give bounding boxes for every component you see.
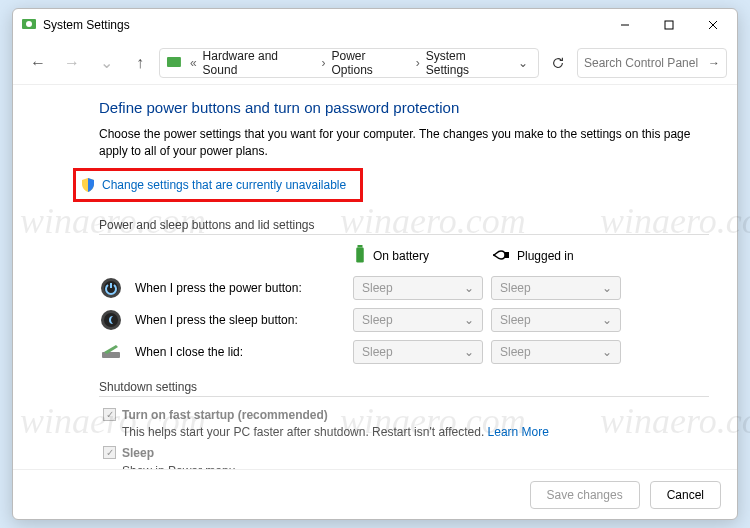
learn-more-link[interactable]: Learn More bbox=[488, 425, 549, 439]
search-input[interactable]: Search Control Panel → bbox=[577, 48, 727, 78]
content-area: Define power buttons and turn on passwor… bbox=[13, 85, 737, 469]
row-2-plugged-dropdown[interactable]: Sleep⌄ bbox=[491, 340, 621, 364]
up-button[interactable]: ↑ bbox=[125, 48, 155, 78]
col-plugged: Plugged in bbox=[491, 249, 621, 264]
svg-rect-9 bbox=[505, 252, 509, 258]
svg-rect-7 bbox=[356, 247, 364, 262]
search-go-icon[interactable]: → bbox=[708, 56, 720, 70]
breadcrumb-icon bbox=[166, 55, 182, 71]
page-heading: Define power buttons and turn on passwor… bbox=[99, 99, 709, 116]
shutdown-items: Turn on fast startup (recommended) This … bbox=[103, 407, 709, 469]
cancel-button[interactable]: Cancel bbox=[650, 481, 721, 509]
buttons-section-label: Power and sleep buttons and lid settings bbox=[99, 218, 709, 235]
row-icon-1 bbox=[99, 308, 123, 332]
minimize-button[interactable] bbox=[603, 10, 647, 40]
svg-rect-6 bbox=[167, 56, 181, 66]
battery-icon bbox=[353, 245, 367, 268]
breadcrumb[interactable]: « Hardware and Sound › Power Options › S… bbox=[159, 48, 539, 78]
row-label-1: When I press the sleep button: bbox=[135, 313, 345, 327]
crumb-1[interactable]: Power Options bbox=[329, 49, 411, 77]
uac-shield-icon bbox=[80, 177, 96, 193]
sleep-row: Sleep bbox=[103, 445, 709, 462]
row-0-plugged-dropdown[interactable]: Sleep⌄ bbox=[491, 276, 621, 300]
column-headers: On battery Plugged in bbox=[139, 245, 709, 268]
crumb-0[interactable]: Hardware and Sound bbox=[201, 49, 318, 77]
fast-startup-checkbox bbox=[103, 408, 116, 421]
row-0-battery-dropdown[interactable]: Sleep⌄ bbox=[353, 276, 483, 300]
recent-dropdown[interactable]: ⌄ bbox=[91, 48, 121, 78]
row-1-battery-dropdown[interactable]: Sleep⌄ bbox=[353, 308, 483, 332]
close-button[interactable] bbox=[691, 10, 735, 40]
change-unavailable-link[interactable]: Change settings that are currently unava… bbox=[102, 178, 346, 192]
shutdown-section-label: Shutdown settings bbox=[99, 380, 709, 397]
sleep-checkbox bbox=[103, 446, 116, 459]
row-icon-2 bbox=[99, 340, 123, 364]
row-1-plugged-dropdown[interactable]: Sleep⌄ bbox=[491, 308, 621, 332]
col-battery: On battery bbox=[353, 245, 483, 268]
back-button[interactable]: ← bbox=[23, 48, 53, 78]
svg-rect-3 bbox=[665, 21, 673, 29]
svg-point-1 bbox=[26, 21, 32, 27]
titlebar: System Settings bbox=[13, 9, 737, 41]
power-row-0: When I press the power button:Sleep⌄Slee… bbox=[99, 276, 709, 300]
row-label-0: When I press the power button: bbox=[135, 281, 345, 295]
fast-startup-row: Turn on fast startup (recommended) bbox=[103, 407, 709, 424]
window: System Settings ← → ⌄ ↑ « Hardware and S… bbox=[12, 8, 738, 520]
plug-icon bbox=[491, 249, 511, 264]
breadcrumb-dropdown[interactable]: ⌄ bbox=[514, 56, 532, 70]
search-placeholder: Search Control Panel bbox=[584, 56, 698, 70]
power-row-1: When I press the sleep button:Sleep⌄Slee… bbox=[99, 308, 709, 332]
refresh-button[interactable] bbox=[543, 48, 573, 78]
save-button[interactable]: Save changes bbox=[530, 481, 640, 509]
page-description: Choose the power settings that you want … bbox=[99, 126, 709, 160]
power-row-2: When I close the lid:Sleep⌄Sleep⌄ bbox=[99, 340, 709, 364]
row-icon-0 bbox=[99, 276, 123, 300]
footer: Save changes Cancel bbox=[13, 469, 737, 519]
window-title: System Settings bbox=[43, 18, 603, 32]
forward-button[interactable]: → bbox=[57, 48, 87, 78]
admin-link-row: Change settings that are currently unava… bbox=[73, 168, 363, 202]
fast-startup-help: This helps start your PC faster after sh… bbox=[122, 425, 709, 439]
toolbar: ← → ⌄ ↑ « Hardware and Sound › Power Opt… bbox=[13, 41, 737, 85]
row-2-battery-dropdown[interactable]: Sleep⌄ bbox=[353, 340, 483, 364]
app-icon bbox=[21, 17, 37, 33]
maximize-button[interactable] bbox=[647, 10, 691, 40]
crumb-2[interactable]: System Settings bbox=[424, 49, 514, 77]
svg-rect-14 bbox=[102, 352, 120, 358]
row-label-2: When I close the lid: bbox=[135, 345, 345, 359]
svg-rect-8 bbox=[358, 245, 363, 248]
